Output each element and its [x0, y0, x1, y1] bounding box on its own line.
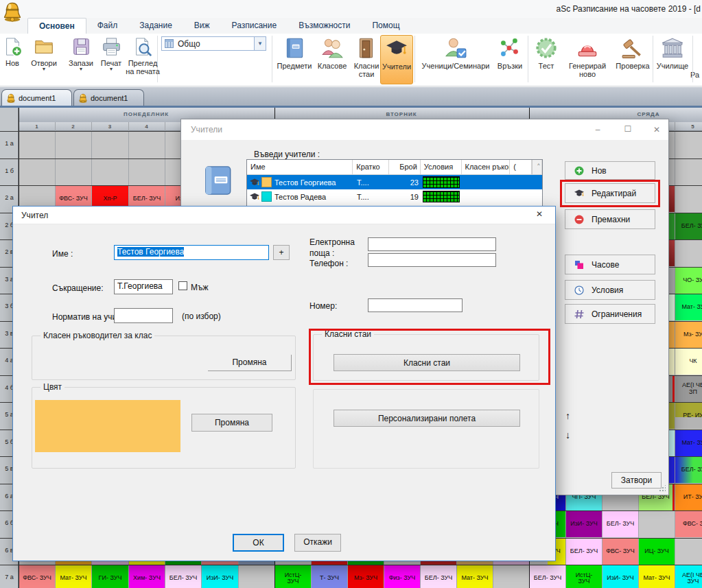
teacher-name-cell[interactable]: Тестов Радева: [247, 189, 353, 204]
column-header-([interactable]: (: [510, 160, 532, 174]
teacher-row-Тестов Георгиева[interactable]: Тестов ГеоргиеваТ....23: [247, 175, 542, 189]
timetable-cell[interactable]: БЕЛ- ЗУЧ: [602, 511, 638, 537]
menu-tab-Виж[interactable]: Виж: [183, 18, 221, 34]
timetable-cell[interactable]: ИТ- ЗУ: [675, 484, 702, 510]
ok-button[interactable]: ОК: [233, 534, 284, 552]
row-label-1 а[interactable]: 1 а: [0, 140, 19, 147]
column-header-Условия[interactable]: Условия: [421, 160, 462, 174]
name-input[interactable]: Тестов Георгиева: [114, 245, 269, 260]
menu-tab-Разписание[interactable]: Разписание: [221, 18, 288, 34]
ribbon-button-Преглед на печата[interactable]: Преглед на печата: [125, 35, 161, 84]
combobox-dropdown-icon[interactable]: ▼: [254, 37, 266, 50]
row-label-7 а[interactable]: 7 а: [0, 574, 19, 580]
timetable-cell[interactable]: БЕЛ- ЗУЧ: [566, 539, 602, 565]
change-class-teacher-button[interactable]: Промяна: [208, 355, 292, 371]
column-header-Класен ръково...[interactable]: Класен ръково...: [462, 160, 511, 174]
ribbon-button-Връзки[interactable]: Връзки: [493, 35, 526, 84]
timetable-cell[interactable]: ИзИ- ЗУЧ: [602, 565, 638, 588]
add-name-button[interactable]: +: [273, 245, 290, 260]
timetable-cell[interactable]: АЕ(I ЧЕ ЗУЧ: [675, 565, 702, 588]
row-label-1 б[interactable]: 1 б: [0, 167, 19, 174]
teacher-dialog-titlebar[interactable]: Учител ✕: [13, 207, 555, 224]
timetable-cell[interactable]: Мат- ЗУЧ: [639, 565, 675, 588]
timetable-cell[interactable]: БЕЛ- ЗУЧ: [530, 565, 565, 588]
timetable-cell[interactable]: Т- ЗУЧ: [312, 565, 347, 588]
timetable-cell[interactable]: ГИ- ЗУЧ: [92, 565, 128, 588]
timetable-cell[interactable]: ИЦ- ЗУЧ: [639, 539, 675, 565]
timetable-cell[interactable]: ИстЦ- ЗУЧ: [566, 565, 602, 588]
ribbon-button-Ученици/Семинари[interactable]: Ученици/Семинари: [419, 35, 492, 84]
column-header-Брой[interactable]: Брой: [389, 160, 421, 174]
teacher-color-swatch[interactable]: [35, 400, 180, 452]
menu-tab-Възможности[interactable]: Възможности: [288, 18, 361, 34]
document-tab[interactable]: document1: [1, 89, 72, 106]
quota-input[interactable]: [114, 308, 173, 323]
timetable-cell[interactable]: ЧК: [675, 349, 702, 375]
dropdown-arrow-icon[interactable]: ▼: [99, 67, 124, 71]
ribbon-button-Училище[interactable]: Училище: [655, 35, 690, 84]
close-button[interactable]: Затвори: [611, 472, 662, 489]
timetable-cell[interactable]: ФВС- ЗУЧ: [19, 565, 55, 588]
document-tab[interactable]: document1: [73, 89, 144, 106]
menu-tab-Помощ[interactable]: Помощ: [361, 18, 410, 34]
ribbon-button-Проверка[interactable]: Проверка: [613, 35, 653, 84]
Нов-button[interactable]: Нов: [565, 161, 655, 180]
change-color-button[interactable]: Промяна: [191, 414, 272, 432]
move-up-arrow[interactable]: ↑: [565, 410, 570, 421]
maximize-icon[interactable]: ☐: [618, 124, 638, 134]
table-scrollbar[interactable]: ^: [532, 160, 542, 174]
asc-bell-logo-icon[interactable]: [2, 1, 23, 22]
ribbon-button-Печат[interactable]: Печат▼: [99, 35, 124, 84]
column-header-Кратко[interactable]: Кратко: [353, 160, 389, 174]
ribbon-button-Тест[interactable]: Тест: [531, 35, 561, 84]
abbreviation-input[interactable]: Т.Георгиева: [114, 279, 173, 294]
timetable-cell[interactable]: Физ- ЗУЧ: [384, 565, 420, 588]
timetable-cell[interactable]: РЕ- ИУ: [675, 403, 702, 429]
Премахни-button[interactable]: Премахни: [565, 209, 655, 229]
ribbon-button-Отвори[interactable]: Отвори▼: [25, 35, 63, 84]
teacher-row-Тестов Радева[interactable]: Тестов РадеваТ....19: [247, 189, 542, 204]
timetable-cell[interactable]: АЕ(I ЧЕ ЗП: [675, 376, 702, 402]
ribbon-button-Класове[interactable]: Класове: [314, 35, 351, 84]
timetable-cell[interactable]: БЕЛ- ЗУ: [675, 213, 702, 239]
view-combobox[interactable]: Общо ▼: [161, 36, 266, 51]
menu-tab-Основен[interactable]: Основен: [27, 18, 86, 34]
timetable-cell[interactable]: БЕЛ- ЗУ: [675, 457, 702, 483]
column-header-Име[interactable]: Име: [247, 160, 353, 174]
phone-input[interactable]: [368, 253, 496, 267]
ribbon-button-Нов[interactable]: Нов: [1, 35, 23, 84]
resize-grip[interactable]: [659, 485, 666, 492]
minimize-icon[interactable]: –: [587, 125, 608, 134]
timetable-cell[interactable]: Мат- ЗУ: [675, 430, 702, 456]
Ограничения-button[interactable]: Ограничения: [565, 304, 655, 324]
custom-fields-button[interactable]: Персонализирани полета: [334, 410, 520, 427]
close-icon[interactable]: ✕: [646, 125, 667, 134]
timetable-cell[interactable]: БЕЛ- ЗУЧ: [165, 565, 201, 588]
timetable-cell[interactable]: БЕЛ- ЗУЧ: [421, 565, 456, 588]
ribbon-button-Класни стаи[interactable]: Класни стаи: [352, 35, 381, 84]
ribbon-button-Учители[interactable]: Учители: [380, 35, 413, 84]
teachers-dialog-titlebar[interactable]: Учители – ☐ ✕: [181, 119, 668, 140]
row-label-2 а[interactable]: 2 а: [0, 194, 19, 201]
ribbon-button-Генерирай ново[interactable]: Генерирай ново: [563, 35, 612, 84]
timetable-cell[interactable]: ФВС- З: [675, 511, 702, 537]
menu-tab-Файл[interactable]: Файл: [86, 18, 129, 34]
ribbon-button-Предмети[interactable]: Предмети: [277, 35, 312, 84]
timetable-cell[interactable]: Мат- ЗУЧ: [56, 565, 91, 588]
cancel-button[interactable]: Откажи: [294, 534, 341, 552]
male-checkbox[interactable]: [178, 281, 187, 290]
Условия-button[interactable]: Условия: [565, 280, 655, 300]
Часове-button[interactable]: Часове: [565, 255, 655, 274]
dropdown-arrow-icon[interactable]: ▼: [65, 67, 97, 71]
timetable-cell[interactable]: ИзИ- ЗУЧ: [566, 511, 602, 537]
ribbon-button-Запази[interactable]: Запази▼: [65, 35, 97, 84]
timetable-cell[interactable]: Мат- ЗУЧ: [457, 565, 493, 588]
teacher-name-cell[interactable]: Тестов Георгиева: [247, 175, 353, 189]
timetable-cell[interactable]: Мз- ЗУЧ: [348, 565, 384, 588]
email-input[interactable]: [368, 237, 496, 251]
timetable-cell[interactable]: Мат- ЗУ: [675, 294, 702, 320]
timetable-cell[interactable]: ЧО- ЗУ: [675, 268, 702, 294]
timetable-cell[interactable]: ИстЦ- ЗУЧ: [275, 565, 311, 588]
timetable-cell[interactable]: ФВС- ЗУЧ: [602, 539, 638, 565]
timetable-cell[interactable]: ИзИ- ЗУЧ: [202, 565, 238, 588]
